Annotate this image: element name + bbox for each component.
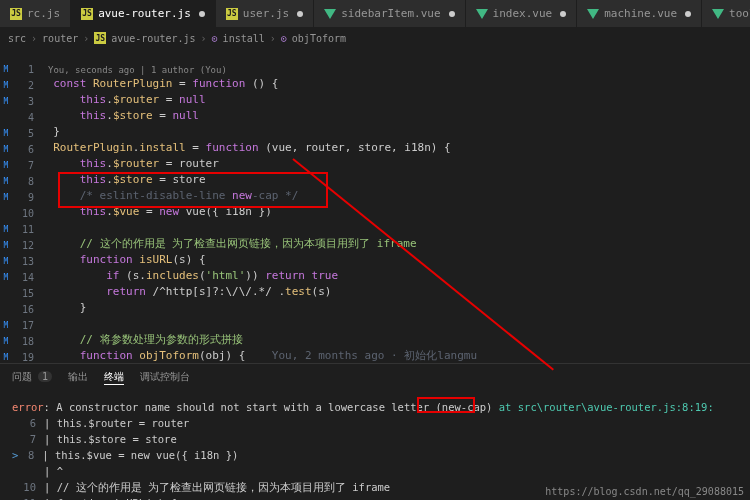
- line-number: 13: [12, 254, 34, 270]
- tab-problems[interactable]: 问题 1: [12, 370, 52, 385]
- terminal-output[interactable]: error: A constructor name should not sta…: [0, 391, 750, 500]
- line-number: 6: [12, 142, 34, 158]
- tab-rc.js[interactable]: JSrc.js: [0, 0, 71, 27]
- line-number: 12: [12, 238, 34, 254]
- tab-index.vue[interactable]: index.vue: [466, 0, 578, 27]
- line-number: 1: [12, 62, 34, 78]
- tab-label: machine.vue: [604, 7, 677, 20]
- modified-marker: M: [0, 254, 12, 270]
- line-number: 19: [12, 350, 34, 363]
- panel-tabs: 问题 1 输出 终端 调试控制台: [0, 363, 750, 391]
- dirty-icon: [685, 11, 691, 17]
- tab-label: rc.js: [27, 7, 60, 20]
- tab-output[interactable]: 输出: [68, 370, 88, 385]
- crumb-folder[interactable]: router: [42, 33, 78, 44]
- tab-label: user.js: [243, 7, 289, 20]
- code-line[interactable]: RouterPlugin.install = function (vue, ro…: [40, 140, 750, 156]
- modified-marker: M: [0, 158, 12, 174]
- breadcrumb: src› router› JS avue-router.js› ⊙ instal…: [0, 28, 750, 48]
- vue-icon: [476, 9, 488, 19]
- modified-marker: M: [0, 270, 12, 286]
- line-number: 7: [12, 158, 34, 174]
- modified-marker: M: [0, 318, 12, 334]
- code-line[interactable]: this.$store = null: [40, 108, 750, 124]
- code-line[interactable]: this.$router = router: [40, 156, 750, 172]
- tab-label: avue-router.js: [98, 7, 191, 20]
- modified-marker: M: [0, 142, 12, 158]
- watermark: https://blog.csdn.net/qq_29088015: [545, 486, 744, 497]
- crumb-symbol[interactable]: objToform: [292, 33, 346, 44]
- tab-tool.vue[interactable]: tool.vue: [702, 0, 750, 27]
- dirty-icon: [199, 11, 205, 17]
- method-icon: ⊙: [281, 33, 287, 44]
- tab-debug[interactable]: 调试控制台: [140, 370, 190, 385]
- error-label: error: [12, 401, 44, 413]
- js-icon: JS: [94, 32, 106, 44]
- tab-label: index.vue: [493, 7, 553, 20]
- modified-marker: M: [0, 174, 12, 190]
- line-gutter: 1234567891011121314151617181920: [12, 48, 40, 363]
- vue-icon: [712, 9, 724, 19]
- modified-marker: M: [0, 190, 12, 206]
- modified-marker: M: [0, 78, 12, 94]
- code-line[interactable]: [40, 220, 750, 236]
- line-number: 18: [12, 334, 34, 350]
- code-editor[interactable]: MMMMMMMMMMMMMMMMMMMM 1234567891011121314…: [0, 48, 750, 363]
- modified-marker: M: [0, 222, 12, 238]
- line-number: 3: [12, 94, 34, 110]
- dirty-icon: [449, 11, 455, 17]
- modified-bar: MMMMMMMMMMMMMMMMMMMM: [0, 48, 12, 363]
- tab-user.js[interactable]: JSuser.js: [216, 0, 314, 27]
- js-icon: JS: [10, 8, 22, 20]
- code-line[interactable]: this.$vue = new vue({ i18n }): [40, 204, 750, 220]
- tab-machine.vue[interactable]: machine.vue: [577, 0, 702, 27]
- modified-marker: M: [0, 238, 12, 254]
- modified-marker: M: [0, 94, 12, 110]
- modified-marker: M: [0, 62, 12, 78]
- crumb-folder[interactable]: src: [8, 33, 26, 44]
- code-line[interactable]: return /^http[s]?:\/\/.*/ .test(s): [40, 284, 750, 300]
- line-number: 14: [12, 270, 34, 286]
- line-number: 10: [12, 206, 34, 222]
- tab-label: tool.vue: [729, 7, 750, 20]
- code-line[interactable]: [40, 316, 750, 332]
- line-number: 16: [12, 302, 34, 318]
- code-line[interactable]: function isURL(s) {: [40, 252, 750, 268]
- dirty-icon: [560, 11, 566, 17]
- code-line[interactable]: /* eslint-disable-line new-cap */: [40, 188, 750, 204]
- dirty-icon: [297, 11, 303, 17]
- modified-marker: M: [0, 126, 12, 142]
- code-line[interactable]: function objToform(obj) { You, 2 months …: [40, 348, 750, 363]
- modified-marker: M: [0, 334, 12, 350]
- error-rule: (new-cap): [436, 401, 493, 413]
- tab-terminal[interactable]: 终端: [104, 370, 124, 385]
- vue-icon: [324, 9, 336, 19]
- code-line[interactable]: const RouterPlugin = function () {: [40, 76, 750, 92]
- line-number: 5: [12, 126, 34, 142]
- line-number: 4: [12, 110, 34, 126]
- code-line[interactable]: this.$router = null: [40, 92, 750, 108]
- crumb-symbol[interactable]: install: [223, 33, 265, 44]
- tab-avue-router.js[interactable]: JSavue-router.js: [71, 0, 216, 27]
- code-area[interactable]: You, seconds ago | 1 author (You) const …: [40, 48, 750, 363]
- code-lens[interactable]: You, seconds ago | 1 author (You): [40, 62, 750, 76]
- code-line[interactable]: // 将参数处理为参数的形式拼接: [40, 332, 750, 348]
- tab-bar: JSrc.jsJSavue-router.jsJSuser.jssidebarI…: [0, 0, 750, 28]
- code-line[interactable]: // 这个的作用是 为了检查出网页链接，因为本项目用到了 iframe: [40, 236, 750, 252]
- js-icon: JS: [81, 8, 93, 20]
- method-icon: ⊙: [212, 33, 218, 44]
- modified-marker: M: [0, 350, 12, 363]
- code-line[interactable]: }: [40, 124, 750, 140]
- tab-label: sidebarItem.vue: [341, 7, 440, 20]
- code-line[interactable]: }: [40, 300, 750, 316]
- line-number: 17: [12, 318, 34, 334]
- line-number: 15: [12, 286, 34, 302]
- tab-sidebarItem.vue[interactable]: sidebarItem.vue: [314, 0, 465, 27]
- code-line[interactable]: this.$store = store: [40, 172, 750, 188]
- js-icon: JS: [226, 8, 238, 20]
- code-line[interactable]: if (s.includes('html')) return true: [40, 268, 750, 284]
- vue-icon: [587, 9, 599, 19]
- crumb-file[interactable]: avue-router.js: [111, 33, 195, 44]
- line-number: 8: [12, 174, 34, 190]
- line-number: 11: [12, 222, 34, 238]
